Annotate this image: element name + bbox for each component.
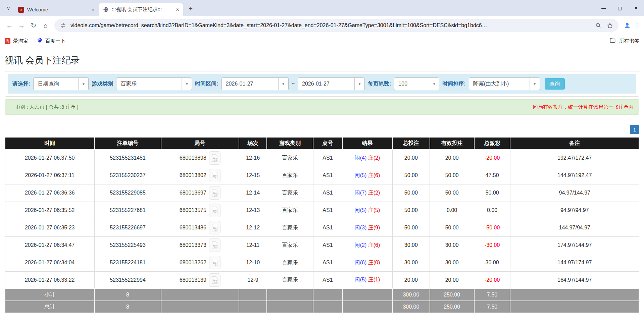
caret-down-icon: ▼	[354, 78, 364, 90]
cell-bet-id: 523155226697	[94, 219, 161, 236]
minimize-button[interactable]: —	[596, 0, 612, 16]
browser-menu-icon[interactable]: ⋮	[633, 22, 641, 29]
game-kind-select[interactable]: 百家乐 ▼	[116, 77, 192, 90]
cell-table-no: AS1	[313, 254, 342, 271]
cell-valid-bet: 30.00	[430, 236, 474, 254]
tab-search-chevron-icon[interactable]: ᐯ	[4, 4, 13, 13]
back-icon[interactable]: ←	[3, 19, 15, 32]
all-bookmarks[interactable]: 所有书签	[606, 37, 639, 45]
cell-total-bet: 20.00	[392, 271, 430, 289]
cell-valid-bet: 20.00	[430, 149, 474, 167]
pagination: 1	[5, 125, 639, 134]
cell-round-id: 680013139	[161, 271, 239, 289]
cell-time: 2026-01-27 06:34:47	[5, 236, 94, 254]
query-type-select[interactable]: 日期查询 ▼	[33, 77, 89, 90]
zoom-icon[interactable]	[594, 22, 602, 29]
cell-valid-bet: 50.00	[430, 219, 474, 236]
cell-total-bet: 30.00	[392, 236, 430, 254]
new-tab-button[interactable]: +	[186, 4, 195, 13]
tab-welcome[interactable]: ♠ Welcome ✕	[14, 3, 99, 16]
cell-game-kind: 百家乐	[267, 236, 313, 254]
result-banker-text: 庄(6)	[368, 242, 380, 248]
maximize-button[interactable]: ▢	[612, 0, 628, 16]
cell-total-bet: 50.00	[392, 167, 430, 184]
footer-empty-cell	[161, 301, 239, 313]
footer-empty-cell	[510, 289, 639, 301]
date-start-input[interactable]: 2026-01-27 ▼	[221, 77, 289, 90]
profile-avatar-icon[interactable]	[623, 21, 632, 30]
cell-result: 闲(4) 庄(2)	[342, 149, 392, 167]
cell-session: 12-16	[239, 149, 267, 167]
page-size-select[interactable]: 100 ▼	[394, 77, 439, 90]
result-player-text: 闲(5)	[355, 277, 367, 282]
round-id-text: 680013802	[180, 172, 206, 178]
cell-bet-id: 523155231451	[94, 149, 161, 167]
video-replay-icon[interactable]	[209, 238, 220, 252]
result-banker-text: 庄(5)	[368, 207, 380, 213]
video-replay-icon[interactable]	[209, 273, 220, 287]
bookmark-label: 爱淘宝	[13, 38, 28, 44]
bookmark-star-icon[interactable]	[606, 22, 614, 29]
cell-note: 192.47/172.47	[510, 149, 639, 167]
address-bar[interactable]: videoie.com/game/betrecord_search/kind3?…	[54, 19, 618, 32]
bookmark-aitaobao[interactable]: 淘 爱淘宝	[5, 38, 28, 44]
browser-toolbar: ← → ↻ ⌂ videoie.com/game/betrecord_searc…	[0, 16, 644, 35]
cell-note: 174.97/144.97	[510, 236, 639, 254]
grand-total-label: 总计	[5, 301, 94, 313]
currency-summary-text: 币别 : 人民币 | 总共 :8 注单 |	[15, 104, 79, 110]
bookmark-baidu[interactable]: 百度一下	[37, 38, 65, 44]
caret-down-icon: ▼	[78, 78, 88, 90]
cell-payout: 30.00	[474, 254, 510, 271]
summary-bar: 币别 : 人民币 | 总共 :8 注单 | 同局有效投注，统一计算在该局第一张注…	[5, 99, 639, 115]
header-total-bet: 总投注	[392, 137, 430, 149]
tab-betrecord[interactable]: :::视讯 会员下注纪录::: ✕	[99, 3, 183, 16]
sort-select[interactable]: 降冪(由大到小) ▼	[469, 77, 540, 90]
filter-panel: 请选择: 日期查询 ▼ 游戏类别 百家乐 ▼ 时间区间: 2026-01-27 …	[5, 71, 639, 97]
tab-close-icon[interactable]: ✕	[175, 7, 181, 13]
cell-game-kind: 百家乐	[267, 149, 313, 167]
result-banker-text: 庄(2)	[368, 190, 380, 196]
sort-value: 降冪(由大到小)	[469, 78, 530, 90]
video-replay-icon[interactable]	[209, 169, 220, 182]
cell-game-kind: 百家乐	[267, 271, 313, 289]
game-kind-label: 游戏类别	[92, 80, 113, 88]
cell-session: 12-11	[239, 236, 267, 254]
cell-result: 闲(5) 庄(1)	[342, 271, 392, 289]
cell-result: 闲(5) 庄(6)	[342, 167, 392, 184]
footer-empty-cell	[161, 289, 239, 301]
video-replay-icon[interactable]	[209, 221, 220, 234]
cell-valid-bet: 0.00	[430, 202, 474, 219]
reload-icon[interactable]: ↻	[28, 19, 40, 32]
tab-close-icon[interactable]: ✕	[90, 7, 96, 13]
result-player-text: 闲(5)	[355, 172, 367, 178]
page-1-button[interactable]: 1	[630, 125, 639, 134]
forward-icon[interactable]: →	[15, 19, 28, 32]
subtotal-valid-bet: 250.00	[430, 289, 474, 301]
header-session: 场次	[239, 137, 267, 149]
video-replay-icon[interactable]	[209, 256, 220, 269]
cell-bet-id: 523155224181	[94, 254, 161, 271]
subtotal-total-bet: 300.00	[392, 289, 430, 301]
cell-note: 164.97/144.97	[510, 271, 639, 289]
date-end-input[interactable]: 2026-01-27 ▼	[298, 77, 365, 90]
close-button[interactable]: ✕	[628, 0, 644, 16]
search-button[interactable]: 查询	[545, 78, 565, 90]
cell-session: 12-12	[239, 219, 267, 236]
browser-window: ᐯ ♠ Welcome ✕ :::视讯 会员下注纪录::: ✕ + — ▢ ✕ …	[0, 0, 644, 47]
cell-valid-bet: 50.00	[430, 167, 474, 184]
url-text[interactable]: videoie.com/game/betrecord_search/kind3?…	[70, 22, 591, 29]
video-replay-icon[interactable]	[209, 186, 220, 200]
cell-payout: 47.50	[474, 167, 510, 184]
table-row: 2026-01-27 06:35:23 523155226697 6800134…	[5, 219, 639, 236]
cell-round-id: 680013486	[161, 219, 239, 236]
cell-time: 2026-01-27 06:34:04	[5, 254, 94, 271]
video-replay-icon[interactable]	[209, 204, 220, 217]
cell-session: 12-9	[239, 271, 267, 289]
site-settings-icon[interactable]	[59, 22, 67, 29]
video-replay-icon[interactable]	[209, 151, 220, 165]
folder-icon	[609, 37, 616, 45]
round-id-text: 680013486	[180, 225, 206, 231]
table-row: 2026-01-27 06:34:47 523155225493 6800133…	[5, 236, 639, 254]
home-icon[interactable]: ⌂	[40, 19, 52, 32]
result-player-text: 闲(4)	[355, 155, 367, 161]
